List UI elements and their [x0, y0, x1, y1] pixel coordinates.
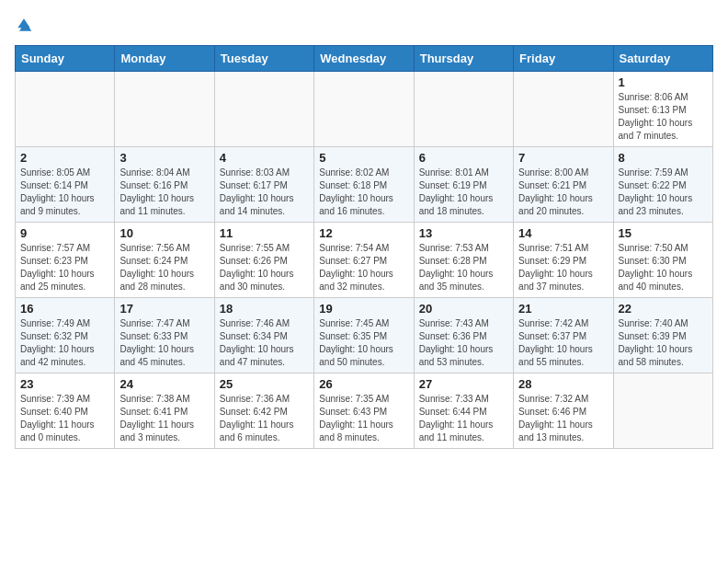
day-number: 18 — [220, 302, 309, 316]
calendar-cell: 3Sunrise: 8:04 AM Sunset: 6:16 PM Daylig… — [115, 147, 214, 223]
page-header — [15, 15, 713, 38]
calendar-cell: 7Sunrise: 8:00 AM Sunset: 6:21 PM Daylig… — [514, 147, 613, 223]
column-header-monday: Monday — [115, 46, 214, 72]
calendar: SundayMondayTuesdayWednesdayThursdayFrid… — [15, 45, 713, 449]
calendar-cell — [613, 373, 712, 449]
calendar-cell: 8Sunrise: 7:59 AM Sunset: 6:22 PM Daylig… — [613, 147, 712, 223]
calendar-cell: 26Sunrise: 7:35 AM Sunset: 6:43 PM Dayli… — [314, 373, 414, 449]
calendar-header-row: SundayMondayTuesdayWednesdayThursdayFrid… — [16, 46, 713, 72]
day-number: 4 — [220, 151, 309, 165]
calendar-cell: 13Sunrise: 7:53 AM Sunset: 6:28 PM Dayli… — [414, 223, 513, 298]
day-info: Sunrise: 7:57 AM Sunset: 6:23 PM Dayligh… — [20, 242, 109, 293]
day-info: Sunrise: 8:03 AM Sunset: 6:17 PM Dayligh… — [220, 167, 309, 218]
day-number: 1 — [619, 75, 708, 89]
day-number: 8 — [619, 151, 708, 165]
day-number: 3 — [119, 151, 209, 165]
day-number: 15 — [619, 226, 708, 240]
day-info: Sunrise: 7:45 AM Sunset: 6:35 PM Dayligh… — [319, 317, 408, 369]
calendar-cell: 23Sunrise: 7:39 AM Sunset: 6:40 PM Dayli… — [16, 373, 115, 449]
calendar-cell: 24Sunrise: 7:38 AM Sunset: 6:41 PM Dayli… — [115, 373, 214, 449]
column-header-thursday: Thursday — [414, 46, 513, 72]
calendar-week-row: 16Sunrise: 7:49 AM Sunset: 6:32 PM Dayli… — [16, 298, 713, 373]
calendar-cell: 9Sunrise: 7:57 AM Sunset: 6:23 PM Daylig… — [16, 223, 115, 298]
day-info: Sunrise: 8:06 AM Sunset: 6:13 PM Dayligh… — [619, 91, 708, 143]
day-number: 7 — [518, 151, 608, 165]
calendar-cell — [115, 72, 214, 147]
day-number: 27 — [419, 377, 508, 391]
calendar-cell: 11Sunrise: 7:55 AM Sunset: 6:26 PM Dayli… — [214, 223, 313, 298]
logo — [15, 15, 35, 38]
calendar-week-row: 2Sunrise: 8:05 AM Sunset: 6:14 PM Daylig… — [16, 147, 713, 223]
calendar-cell: 12Sunrise: 7:54 AM Sunset: 6:27 PM Dayli… — [314, 223, 414, 298]
day-number: 2 — [20, 151, 109, 165]
column-header-tuesday: Tuesday — [214, 46, 313, 72]
calendar-cell: 6Sunrise: 8:01 AM Sunset: 6:19 PM Daylig… — [414, 147, 513, 223]
column-header-saturday: Saturday — [613, 46, 712, 72]
calendar-cell: 16Sunrise: 7:49 AM Sunset: 6:32 PM Dayli… — [16, 298, 115, 373]
calendar-cell — [214, 72, 313, 147]
calendar-cell — [414, 72, 513, 147]
calendar-cell: 5Sunrise: 8:02 AM Sunset: 6:18 PM Daylig… — [314, 147, 414, 223]
calendar-cell: 14Sunrise: 7:51 AM Sunset: 6:29 PM Dayli… — [514, 223, 613, 298]
day-info: Sunrise: 7:46 AM Sunset: 6:34 PM Dayligh… — [220, 317, 309, 369]
day-number: 16 — [20, 302, 109, 316]
calendar-cell: 25Sunrise: 7:36 AM Sunset: 6:42 PM Dayli… — [214, 373, 313, 449]
day-info: Sunrise: 8:04 AM Sunset: 6:16 PM Dayligh… — [119, 167, 209, 218]
column-header-wednesday: Wednesday — [314, 46, 414, 72]
day-number: 11 — [220, 226, 309, 240]
calendar-week-row: 1Sunrise: 8:06 AM Sunset: 6:13 PM Daylig… — [16, 72, 713, 147]
calendar-cell: 27Sunrise: 7:33 AM Sunset: 6:44 PM Dayli… — [414, 373, 513, 449]
day-info: Sunrise: 7:50 AM Sunset: 6:30 PM Dayligh… — [619, 242, 708, 293]
column-header-sunday: Sunday — [16, 46, 115, 72]
day-number: 6 — [419, 151, 508, 165]
calendar-cell: 19Sunrise: 7:45 AM Sunset: 6:35 PM Dayli… — [314, 298, 414, 373]
day-info: Sunrise: 7:39 AM Sunset: 6:40 PM Dayligh… — [20, 393, 109, 444]
calendar-cell: 20Sunrise: 7:43 AM Sunset: 6:36 PM Dayli… — [414, 298, 513, 373]
day-info: Sunrise: 7:47 AM Sunset: 6:33 PM Dayligh… — [119, 317, 209, 369]
day-info: Sunrise: 7:32 AM Sunset: 6:46 PM Dayligh… — [518, 393, 608, 444]
day-number: 10 — [119, 226, 209, 240]
calendar-cell: 10Sunrise: 7:56 AM Sunset: 6:24 PM Dayli… — [115, 223, 214, 298]
day-number: 26 — [319, 377, 408, 391]
day-info: Sunrise: 8:01 AM Sunset: 6:19 PM Dayligh… — [419, 167, 508, 218]
day-number: 17 — [119, 302, 209, 316]
day-number: 13 — [419, 226, 508, 240]
day-number: 20 — [419, 302, 508, 316]
day-number: 25 — [220, 377, 309, 391]
calendar-week-row: 9Sunrise: 7:57 AM Sunset: 6:23 PM Daylig… — [16, 223, 713, 298]
calendar-cell: 2Sunrise: 8:05 AM Sunset: 6:14 PM Daylig… — [16, 147, 115, 223]
calendar-cell — [514, 72, 613, 147]
column-header-friday: Friday — [514, 46, 613, 72]
day-info: Sunrise: 8:00 AM Sunset: 6:21 PM Dayligh… — [518, 167, 608, 218]
calendar-cell: 15Sunrise: 7:50 AM Sunset: 6:30 PM Dayli… — [613, 223, 712, 298]
calendar-week-row: 23Sunrise: 7:39 AM Sunset: 6:40 PM Dayli… — [16, 373, 713, 449]
day-number: 22 — [619, 302, 708, 316]
day-info: Sunrise: 7:51 AM Sunset: 6:29 PM Dayligh… — [518, 242, 608, 293]
day-info: Sunrise: 7:42 AM Sunset: 6:37 PM Dayligh… — [518, 317, 608, 369]
day-number: 9 — [20, 226, 109, 240]
day-number: 19 — [319, 302, 408, 316]
day-info: Sunrise: 7:38 AM Sunset: 6:41 PM Dayligh… — [119, 393, 209, 444]
day-info: Sunrise: 7:59 AM Sunset: 6:22 PM Dayligh… — [619, 167, 708, 218]
calendar-cell: 1Sunrise: 8:06 AM Sunset: 6:13 PM Daylig… — [613, 72, 712, 147]
day-info: Sunrise: 7:40 AM Sunset: 6:39 PM Dayligh… — [619, 317, 708, 369]
calendar-cell — [16, 72, 115, 147]
calendar-cell: 28Sunrise: 7:32 AM Sunset: 6:46 PM Dayli… — [514, 373, 613, 449]
day-number: 23 — [20, 377, 109, 391]
day-number: 12 — [319, 226, 408, 240]
calendar-cell: 17Sunrise: 7:47 AM Sunset: 6:33 PM Dayli… — [115, 298, 214, 373]
day-info: Sunrise: 7:43 AM Sunset: 6:36 PM Dayligh… — [419, 317, 508, 369]
day-info: Sunrise: 7:36 AM Sunset: 6:42 PM Dayligh… — [220, 393, 309, 444]
day-number: 21 — [518, 302, 608, 316]
calendar-cell: 21Sunrise: 7:42 AM Sunset: 6:37 PM Dayli… — [514, 298, 613, 373]
calendar-cell — [314, 72, 414, 147]
day-number: 5 — [319, 151, 408, 165]
day-info: Sunrise: 7:56 AM Sunset: 6:24 PM Dayligh… — [119, 242, 209, 293]
day-number: 14 — [518, 226, 608, 240]
calendar-cell: 4Sunrise: 8:03 AM Sunset: 6:17 PM Daylig… — [214, 147, 313, 223]
day-info: Sunrise: 7:54 AM Sunset: 6:27 PM Dayligh… — [319, 242, 408, 293]
day-number: 24 — [119, 377, 209, 391]
day-info: Sunrise: 7:33 AM Sunset: 6:44 PM Dayligh… — [419, 393, 508, 444]
day-info: Sunrise: 8:02 AM Sunset: 6:18 PM Dayligh… — [319, 167, 408, 218]
day-number: 28 — [518, 377, 608, 391]
